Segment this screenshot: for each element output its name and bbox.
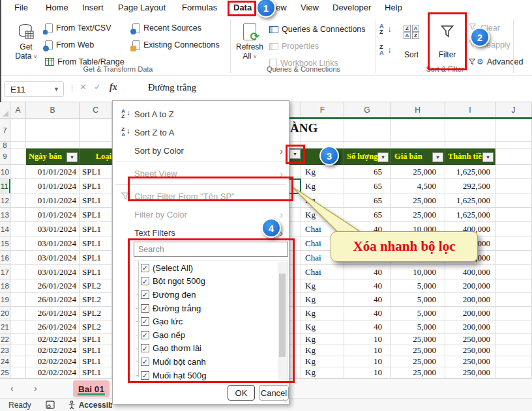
filter-dropdown-icon-ten-sp[interactable]: ▼ [289,149,301,159]
confirm-entry-icon[interactable]: ✓ [94,82,101,92]
empty-cell[interactable] [26,142,80,149]
cell-price[interactable]: 25,000 [391,334,445,345]
filter-list-item[interactable]: ✓Gạo thơm lài [134,342,288,356]
empty-cell[interactable] [10,293,26,307]
cell-price[interactable]: 10,000 [391,265,445,279]
cell-total[interactable]: 1,625,000 [445,193,495,208]
cell-qty[interactable]: 10 [344,356,391,367]
cell-price[interactable]: 5,000 [391,307,445,320]
empty-cell[interactable] [495,334,532,345]
cell-unit[interactable]: Kg [301,165,344,179]
resize-grip[interactable]: ⋱ [280,395,287,404]
scrollbar-thumb[interactable] [279,274,286,357]
empty-cell[interactable] [10,142,26,149]
row-number[interactable]: 15 [0,236,10,251]
filter-dropdown-icon[interactable]: ▼ [377,152,389,162]
empty-cell[interactable] [495,119,532,142]
cell-qty[interactable]: 10 [344,334,391,345]
cell-date[interactable]: 01/01/2024 [26,193,80,208]
cell-price[interactable]: 25,000 [391,367,445,378]
cell-type[interactable]: SPL2 [80,279,112,293]
empty-cell[interactable] [495,236,532,251]
cell-type[interactable]: SPL1 [80,367,112,378]
row-number[interactable]: 11 [0,179,10,193]
row-number[interactable]: 25 [0,367,10,378]
cell-qty[interactable]: 65 [344,165,391,179]
row-number[interactable]: 22 [0,334,10,345]
row-number[interactable]: 7 [0,119,10,142]
empty-cell[interactable] [10,307,26,320]
empty-cell[interactable] [10,165,26,179]
cell-total[interactable]: 200,000 [445,293,495,307]
prev-sheet-icon[interactable]: ‹ [10,383,14,393]
cell-date[interactable]: 03/01/2024 [26,222,80,236]
cell-total[interactable]: 250,000 [445,334,495,345]
refresh-all-button[interactable]: ⟳ Refresh All [232,20,267,71]
col-header-j[interactable]: J [495,102,532,119]
cell-type[interactable]: SPL1 [80,236,112,251]
cell-type[interactable]: SPL1 [80,345,112,356]
checkbox-checked-icon[interactable]: ✓ [141,344,149,352]
ribbon-tab-data[interactable]: Data [233,3,252,12]
empty-cell[interactable] [10,208,26,222]
empty-cell[interactable] [10,279,26,293]
select-all-corner[interactable] [0,102,10,119]
cell-date[interactable]: 26/01/2024 [26,279,80,293]
empty-cell[interactable] [80,119,112,142]
checkbox-checked-icon[interactable]: ✓ [141,371,149,380]
cell-date[interactable]: 03/01/2024 [26,265,80,279]
cell-price[interactable]: 25,000 [391,165,445,179]
empty-cell[interactable] [26,119,80,142]
menu-item-sort-z-to-a[interactable]: ZA↓Sort Z to A [113,123,289,141]
cell-qty[interactable]: 10 [344,345,391,356]
cell-unit[interactable]: Kg [301,345,344,356]
filter-list-item[interactable]: ✓Đường trắng [134,302,288,315]
row-number[interactable]: 20 [0,307,10,320]
cell-type[interactable]: SPL2 [80,307,112,320]
cell-price[interactable]: 25,000 [391,356,445,367]
col-header-f[interactable]: F [301,102,344,119]
row-number[interactable]: 13 [0,208,10,222]
cell-total[interactable]: 400,000 [445,265,495,279]
cell-qty[interactable]: 40 [344,265,391,279]
col-header-g[interactable]: G [344,102,391,119]
recent-sources-button[interactable]: Recent Sources [132,22,201,34]
empty-cell[interactable] [10,320,26,334]
empty-cell[interactable] [495,179,532,193]
checkbox-checked-icon[interactable]: ✓ [141,277,149,285]
cell-qty[interactable]: 10 [344,367,391,378]
empty-cell[interactable] [10,193,26,208]
insert-function-icon[interactable]: fx [110,82,117,92]
menu-item-sheet-view[interactable]: Sheet View› [113,164,289,182]
cell-type[interactable]: SPL1 [80,179,112,193]
cell-type[interactable]: SPL1 [80,334,112,345]
empty-cell[interactable] [495,345,532,356]
row-number[interactable]: 10 [0,165,10,179]
cell-total[interactable]: 200,000 [445,320,495,334]
menu-item-sort-by-color[interactable]: Sort by Color› [113,141,289,160]
cell-price[interactable]: 25,000 [391,345,445,356]
empty-cell[interactable] [10,356,26,367]
formula-bar-content[interactable]: Đường trắng [148,82,196,93]
ribbon-tab-home[interactable]: Home [46,3,68,12]
row-number[interactable]: 24 [0,356,10,367]
checkbox-checked-icon[interactable]: ✓ [141,264,149,272]
cell-date[interactable]: 26/01/2024 [26,320,80,334]
cell-total[interactable]: 1,625,000 [445,165,495,179]
cell-date[interactable]: 03/01/2024 [26,236,80,251]
cell-type[interactable]: SPL1 [80,165,112,179]
empty-cell[interactable] [10,334,26,345]
empty-cell[interactable] [495,222,532,236]
cell-unit[interactable]: Kg [301,356,344,367]
cell-type[interactable]: SPL2 [80,293,112,307]
header-cell-so-luong[interactable]: Số lượng▼ [344,149,391,165]
filter-list-item[interactable]: ✓(Select All) [134,261,288,275]
empty-cell[interactable] [10,222,26,236]
row-number[interactable]: 18 [0,279,10,293]
empty-cell[interactable] [495,356,532,367]
empty-cell[interactable] [10,179,26,193]
properties-button[interactable]: Properties [269,40,319,52]
empty-cell[interactable] [10,345,26,356]
empty-cell[interactable] [495,265,532,279]
empty-cell[interactable] [495,165,532,179]
